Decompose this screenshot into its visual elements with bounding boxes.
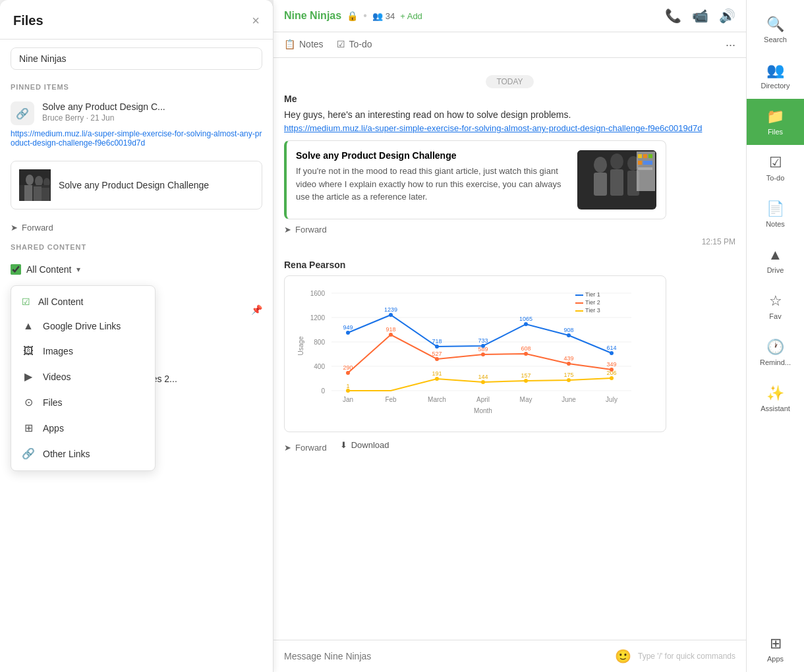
svg-point-82 [389,333,393,337]
svg-point-75 [389,313,393,317]
dropdown-item-apps[interactable]: ⊞ Apps [11,415,155,441]
svg-point-81 [346,371,350,375]
message-sender-2: Rena Pearson [284,260,735,270]
pinned-card-image [19,169,51,201]
svg-text:Tier 1: Tier 1 [585,291,600,298]
search-nav-label: Search [764,36,787,43]
dropdown-item-videos[interactable]: ▶ Videos [11,364,155,389]
nav-item-apps[interactable]: ⊞ Apps [747,626,804,672]
emoji-button[interactable]: 🙂 [615,648,631,664]
notes-icon: 📄 [766,200,784,217]
svg-text:Month: Month [474,407,492,414]
all-content-checkbox[interactable] [11,264,21,275]
dropdown-item-gdrive[interactable]: ▲ Google Drive Links [11,314,155,339]
other-icon: 🔗 [22,447,35,460]
message-forward-button-1[interactable]: ➤ Forward [284,225,735,235]
nav-item-notes[interactable]: 📄 Notes [747,191,804,237]
drive-icon: ▲ [768,246,783,264]
nav-item-assistant[interactable]: ✨ Assistant [747,376,804,422]
dropdown-item-label: Apps [43,423,64,434]
message-group-1: Me Hey guys, here's an interesting read … [284,94,735,246]
svg-text:April: April [476,396,490,403]
member-count: 34 [386,11,395,21]
usage-chart: 1600 1200 800 400 0 Usage Jan Feb March … [295,287,638,418]
dropdown-item-other[interactable]: 🔗 Other Links [11,441,155,466]
chart-forward-button[interactable]: ➤ Forward [284,443,327,453]
forward-label: Forward [295,225,327,235]
pinned-section-label: PINNED ITEMS [0,78,273,94]
volume-icon[interactable]: 🔊 [719,8,735,24]
svg-rect-29 [638,154,642,158]
chat-messages: TODAY Me Hey guys, here's an interesting… [273,58,746,640]
dropdown-item-label: All Content [38,296,83,307]
dropdown-arrow-icon[interactable]: ▾ [76,265,80,274]
pinned-card-item[interactable]: Solve any Product Design Challenge [11,161,262,210]
remind-icon: 🕐 [766,339,784,356]
svg-text:175: 175 [563,372,573,378]
svg-text:Tier 3: Tier 3 [585,307,600,314]
dropdown-item-files[interactable]: ⊙ Files [11,389,155,415]
nav-item-drive[interactable]: ▲ Drive [747,237,804,283]
tab-notes[interactable]: 📋 Notes [284,32,324,57]
message-time-1: 12:15 PM [284,237,735,246]
todo-tab-label: To-do [349,39,372,49]
nav-item-directory[interactable]: 👥 Directory [747,53,804,99]
files-header: Files × [0,0,273,40]
todo-tab-icon: ☑ [337,39,345,49]
nav-item-remind[interactable]: 🕐 Remind... [747,329,804,376]
svg-text:May: May [520,396,532,403]
svg-rect-34 [638,167,652,170]
nav-item-search[interactable]: 🔍 Search [747,7,804,53]
dropdown-item-label: Other Links [43,449,90,459]
svg-point-22 [594,157,607,173]
svg-text:800: 800 [314,339,325,346]
svg-rect-25 [610,169,623,196]
filter-label[interactable]: All Content [26,264,71,275]
more-options-button[interactable]: ··· [726,38,735,52]
svg-point-78 [524,322,528,326]
message-sender-1: Me [284,94,735,104]
svg-point-88 [346,389,350,393]
nav-item-todo[interactable]: ☑ To-do [747,145,804,191]
svg-rect-31 [648,154,652,158]
forward-icon: ➤ [284,225,291,235]
pinned-item-content: 🔗 Solve any Product Design C... Bruce Be… [11,101,262,125]
add-member-button[interactable]: + Add [400,11,422,21]
video-icon[interactable]: 📹 [692,8,708,24]
close-button[interactable]: × [252,13,260,28]
dropdown-item-label: Files [43,397,63,408]
nav-item-fav[interactable]: ☆ Fav [747,283,804,329]
assistant-icon: ✨ [766,385,784,402]
people-icon: 👥 [372,11,383,21]
tab-todo[interactable]: ☑ To-do [337,32,372,57]
pinned-item-name: Solve any Product Design C... [42,101,262,112]
svg-text:157: 157 [521,372,531,379]
message-link-1[interactable]: https://medium.muz.li/a-super-simple-exe… [284,123,702,133]
drive-nav-label: Drive [767,266,784,274]
message-group-2: Rena Pearson 1600 1200 800 400 0 U [284,260,735,453]
svg-text:949: 949 [343,324,353,331]
dropdown-item-label: Images [43,346,73,356]
dropdown-item-images[interactable]: 🖼 Images [11,339,155,364]
svg-rect-7 [42,188,49,201]
dropdown-item-label: Google Drive Links [43,321,121,331]
svg-text:908: 908 [563,327,573,333]
svg-text:290: 290 [343,364,353,371]
phone-icon[interactable]: 📞 [665,8,681,24]
chart-download-button[interactable]: ⬇ Download [340,437,389,453]
svg-point-2 [35,176,43,186]
main-chat-area: Nine Ninjas 🔒 • 👥 34 + Add 📞 📹 🔊 📋 Notes… [273,0,746,672]
pinned-forward-button[interactable]: ➤ Forward [11,223,262,233]
member-info: 👥 34 [372,11,395,21]
svg-text:918: 918 [386,326,395,333]
svg-text:Usage: Usage [297,336,304,355]
chat-header-left: Nine Ninjas 🔒 • 👥 34 + Add [284,10,422,22]
fav-nav-label: Fav [769,312,781,320]
pinned-item-link[interactable]: https://medium.muz.li/a-super-simple-exe… [11,129,262,148]
message-input[interactable] [284,651,608,661]
nav-item-files[interactable]: 📁 Files [747,99,804,145]
files-search-input[interactable] [11,47,262,70]
pinned-link-item[interactable]: 🔗 Solve any Product Design C... Bruce Be… [0,94,273,155]
dropdown-item-all[interactable]: ☑ All Content [11,290,155,314]
svg-point-84 [481,352,485,356]
